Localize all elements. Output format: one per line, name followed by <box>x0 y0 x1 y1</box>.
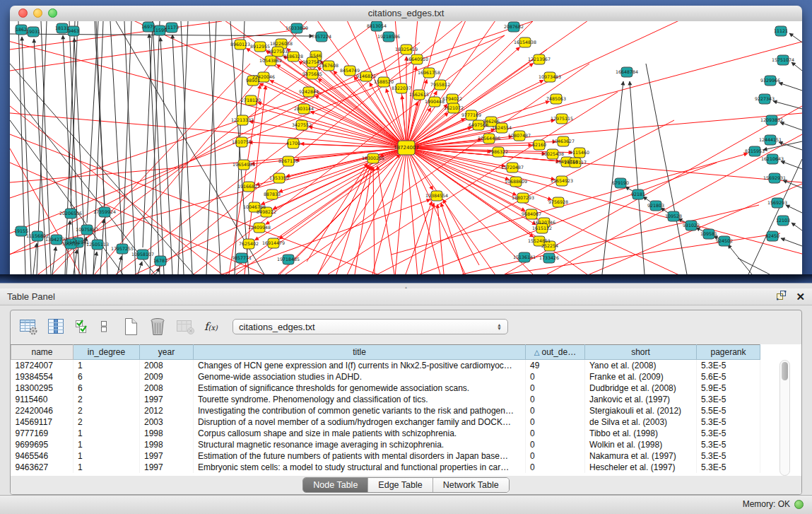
table-cell[interactable]: Estimation of the future numbers of pati… <box>194 450 526 462</box>
table-cell[interactable]: 1 <box>73 450 140 462</box>
table-cell[interactable]: 5.3E-5 <box>697 416 760 428</box>
table-cell[interactable]: 2 <box>73 416 140 428</box>
network-window[interactable]: citations_edges.txt 18325419166409101615… <box>10 6 802 274</box>
table-cell[interactable]: 2008 <box>140 360 194 371</box>
table-cell[interactable]: 0 <box>526 428 585 439</box>
table-cell[interactable]: 0 <box>526 416 585 428</box>
table-cell[interactable]: 9115460 <box>11 394 73 405</box>
table-cell[interactable]: 18724007 <box>11 360 73 371</box>
memory-ok-icon[interactable] <box>794 500 804 509</box>
column-header-indegree[interactable]: in_degree <box>73 345 140 360</box>
table-cell[interactable]: 5.3E-5 <box>697 450 760 462</box>
table-cell[interactable]: 19384554 <box>11 371 73 382</box>
table-row[interactable]: 946362711997Embryonic stem cells: a mode… <box>11 462 760 473</box>
table-cell[interactable]: 0 <box>526 405 585 416</box>
table-cell[interactable]: Hescheler et al. (1997) <box>585 462 697 473</box>
table-cell[interactable]: 6 <box>73 371 140 382</box>
table-cell[interactable]: 18300295 <box>11 382 73 394</box>
table-cell[interactable]: 1 <box>73 439 140 450</box>
column-header-pagerank[interactable]: pagerank <box>697 345 760 360</box>
table-cell[interactable]: 5.5E-5 <box>697 405 760 416</box>
table-cell[interactable]: 5.3E-5 <box>697 394 760 405</box>
table-cell[interactable]: 22420046 <box>11 405 73 416</box>
table-cell[interactable]: de Silva et al. (2003) <box>585 416 697 428</box>
table-cell[interactable]: Disruption of a novel member of a sodium… <box>194 416 526 428</box>
table-cell[interactable]: 6 <box>73 382 140 394</box>
table-cell[interactable]: 0 <box>526 450 585 462</box>
table-cell[interactable]: 2012 <box>140 405 194 416</box>
table-cell[interactable]: Tourette syndrome. Phenomenology and cla… <box>194 394 526 405</box>
table-cell[interactable]: 14569117 <box>11 416 73 428</box>
table-cell[interactable]: 5.3E-5 <box>697 439 760 450</box>
table-cell[interactable]: 1998 <box>140 439 194 450</box>
table-cell[interactable]: 0 <box>526 439 585 450</box>
table-cell[interactable]: 1 <box>73 428 140 439</box>
network-canvas[interactable]: 1832541916640910161548381221396716961758… <box>10 21 802 274</box>
table-cell[interactable]: Corpus callosum shape and size in male p… <box>194 428 526 439</box>
close-panel-icon[interactable]: ✕ <box>796 291 805 303</box>
table-cell[interactable]: Embryonic stem cells: a model to study s… <box>194 462 526 473</box>
delete-icon[interactable] <box>148 317 167 337</box>
table-cell[interactable]: 5.9E-5 <box>697 382 760 394</box>
scrollbar-thumb[interactable] <box>782 362 788 380</box>
table-cell[interactable]: 2 <box>73 394 140 405</box>
table-cell[interactable]: Investigating the contribution of common… <box>194 405 526 416</box>
window-titlebar[interactable]: citations_edges.txt <box>10 6 802 22</box>
table-cell[interactable]: 2003 <box>140 416 194 428</box>
table-cell[interactable]: Jankovic et al. (1997) <box>585 394 697 405</box>
table-row[interactable]: 1872400712008Changes of HCN gene express… <box>11 360 760 371</box>
table-row[interactable]: 911546021997Tourette syndrome. Phenomeno… <box>11 394 760 405</box>
table-cell[interactable]: Structural magnetic resonance image aver… <box>194 439 526 450</box>
table-cell[interactable]: Tibbo et al. (1998) <box>585 428 697 439</box>
new-document-icon[interactable] <box>122 317 139 337</box>
table-cell[interactable]: 0 <box>526 371 585 382</box>
table-cell[interactable]: 2008 <box>140 382 194 394</box>
show-columns-icon[interactable] <box>47 317 65 336</box>
table-cell[interactable]: 0 <box>526 382 585 394</box>
float-panel-icon[interactable] <box>776 290 787 303</box>
network-graph[interactable]: 1832541916640910161548381221396716961758… <box>10 21 802 274</box>
column-header-year[interactable]: year <box>140 345 194 360</box>
import-table-icon[interactable] <box>176 317 195 336</box>
table-row[interactable]: 969969511998Structural magnetic resonanc… <box>11 439 760 450</box>
table-select-dropdown[interactable]: citations_edges.txt ▲▼ <box>233 319 508 334</box>
table-cell[interactable]: 2 <box>73 405 140 416</box>
table-cell[interactable]: 9465546 <box>11 450 73 462</box>
table-row[interactable]: 2242004622012Investigating the contribut… <box>11 405 760 416</box>
column-header-short[interactable]: short <box>585 345 697 360</box>
table-cell[interactable]: 5.3E-5 <box>697 428 760 439</box>
table-cell[interactable]: 0 <box>526 394 585 405</box>
table-cell[interactable]: Yano et al. (2008) <box>585 360 697 371</box>
table-cell[interactable]: 1 <box>73 462 140 473</box>
table-cell[interactable]: 9463627 <box>11 462 73 473</box>
table-cell[interactable]: Genome-wide association studies in ADHD. <box>194 371 526 382</box>
table-cell[interactable]: 1997 <box>140 394 194 405</box>
table-cell[interactable]: 9699695 <box>11 439 73 450</box>
row-height-icon[interactable] <box>99 317 109 336</box>
table-cell[interactable]: 2009 <box>140 371 194 382</box>
table-cell[interactable]: Nakamura et al. (1997) <box>585 450 697 462</box>
table-cell[interactable]: Estimation of significance thresholds fo… <box>194 382 526 394</box>
table-cell[interactable]: Stergiakouli et al. (2012) <box>585 405 697 416</box>
function-builder-icon[interactable]: f(x) <box>204 320 218 333</box>
table-settings-icon[interactable] <box>19 317 38 336</box>
table-cell[interactable]: 5.3E-5 <box>697 462 760 473</box>
table-cell[interactable]: Franke et al. (2009) <box>585 371 697 382</box>
table-cell[interactable]: 1997 <box>140 462 194 473</box>
table-row[interactable]: 946554611997Estimation of the future num… <box>11 450 760 462</box>
tab-network-table[interactable]: Network Table <box>433 478 509 492</box>
table-cell[interactable]: 9777169 <box>11 428 73 439</box>
table-cell[interactable]: 5.6E-5 <box>697 371 760 382</box>
table-cell[interactable]: 1997 <box>140 450 194 462</box>
select-rows-icon[interactable] <box>74 317 90 336</box>
table-row[interactable]: 1456911722003Disruption of a novel membe… <box>11 416 760 428</box>
tab-node-table[interactable]: Node Table <box>303 478 367 492</box>
table-cell[interactable]: 49 <box>526 360 585 371</box>
table-row[interactable]: 1830029562008Estimation of significance … <box>11 382 760 394</box>
table-cell[interactable]: Wolkin et al. (1998) <box>585 439 697 450</box>
table-cell[interactable]: 5.3E-5 <box>697 360 760 371</box>
column-header-outde[interactable]: △out_de… <box>526 345 585 360</box>
column-header-name[interactable]: name <box>11 345 73 360</box>
tab-edge-table[interactable]: Edge Table <box>367 478 432 492</box>
table-cell[interactable]: Dudbridge et al. (2008) <box>585 382 697 394</box>
